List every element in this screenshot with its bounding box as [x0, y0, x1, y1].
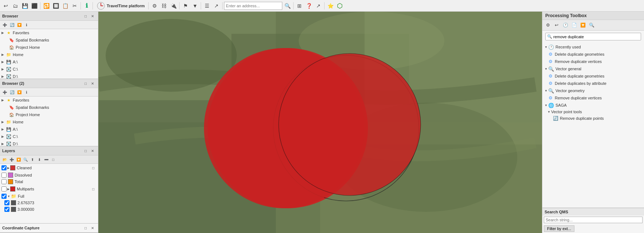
layers-close[interactable]: ✕ [89, 147, 96, 154]
browser2-item-favorites[interactable]: ▶ ★ Favorites [0, 96, 98, 104]
browser-item-c-drive[interactable]: ▶ 💽 C:\ [0, 66, 98, 73]
tb-btn-help[interactable]: 📄 [570, 21, 578, 29]
delete-dup-geom2-item[interactable]: ⚙ Delete duplicate geometries [542, 72, 644, 80]
map-area[interactable] [98, 12, 542, 233]
toolbar-btn-chain[interactable]: ⛓ [160, 1, 168, 10]
browser-2-close[interactable]: ✕ [89, 80, 96, 87]
layer-cleaned[interactable]: ▶ Cleaned □ [0, 164, 98, 172]
browser2-item-d-drive[interactable]: ▶ 💽 D:\ [0, 140, 98, 146]
layer-cleaned-check[interactable] [1, 165, 7, 170]
browser-item-a-drive[interactable]: ▶ 💾 A:\ [0, 58, 98, 66]
remove-dup-vertices2-item[interactable]: ⚙ Remove duplicate vertices [542, 94, 644, 102]
tb-btn-recent[interactable]: ↩ [553, 21, 561, 29]
vector-geometry-header[interactable]: ▼ 🔍 Vector geometry [542, 87, 644, 94]
delete-dup-attr-item[interactable]: ⚙ Delete duplicates by attribute [542, 80, 644, 87]
layer-total[interactable]: Total [0, 178, 98, 185]
tb-btn-search[interactable]: 🔍 [588, 21, 596, 29]
layer-val2-check[interactable] [4, 207, 9, 212]
vector-point-tools-header[interactable]: ▼ Vector point tools [542, 109, 644, 115]
toolbar-btn-arrow[interactable]: ↗ [314, 1, 323, 10]
browser-1-close[interactable]: ✕ [89, 13, 96, 19]
toolbar-btn-flag[interactable]: ⚑ [181, 1, 190, 10]
browser-1-info[interactable]: ℹ [23, 21, 30, 28]
toolbar-btn-hex[interactable]: ⬡ [335, 1, 344, 10]
toolbar-btn-gear[interactable]: ⚙ [150, 1, 159, 10]
browser2-item-home[interactable]: ▶ 📁 Home [0, 118, 98, 126]
toolbar-btn-1[interactable]: ↩ [1, 1, 10, 10]
toolbar-btn-plug[interactable]: 🔌 [169, 1, 178, 10]
toolbar-btn-3[interactable]: 💾 [20, 1, 29, 10]
saga-header[interactable]: ▼ 🌐 SAGA [542, 102, 644, 109]
browser2-item-c-drive[interactable]: ▶ 💽 C:\ [0, 133, 98, 140]
browser-1-minimize[interactable]: □ [82, 13, 89, 19]
browser-1-add[interactable]: ➕ [1, 21, 8, 28]
browser-panel-1: Browser □ ✕ ➕ 🔄 🔽 ℹ ▶ ★ Favorites [0, 12, 98, 79]
layer-dissolved-check[interactable] [1, 173, 7, 178]
identify-btn[interactable]: ℹ [82, 1, 91, 10]
layer-dissolved[interactable]: Dissolved [0, 172, 98, 178]
toolbar-btn-select[interactable]: ☰ [203, 1, 211, 10]
search-qms-input[interactable] [546, 218, 641, 222]
layer-multiparts[interactable]: ▶ Multiparts □ [0, 185, 98, 193]
toolbar-btn-7[interactable]: 📋 [61, 1, 70, 10]
layers-move-down[interactable]: ⬇ [36, 156, 43, 163]
browser-item-project-home[interactable]: 🏠 Project Home [0, 44, 98, 51]
browser-2-add[interactable]: ➕ [1, 89, 8, 95]
layers-add[interactable]: ➕ [8, 156, 15, 163]
c-label: C:\ [13, 67, 18, 71]
search-address-btn[interactable]: 🔍 [283, 1, 292, 10]
layer-full-group[interactable]: ▼ 📁 Full [0, 193, 98, 200]
tb-btn-filter[interactable]: 🔽 [579, 21, 587, 29]
browser-1-refresh[interactable]: 🔄 [9, 21, 15, 28]
browser-2-filter[interactable]: 🔽 [16, 89, 23, 95]
layers-remove[interactable]: ➖ [43, 156, 50, 163]
layers-filter[interactable]: 🔽 [15, 156, 22, 163]
layer-multiparts-check[interactable] [1, 186, 7, 191]
toolbar-btn-5[interactable]: 🔁 [42, 1, 51, 10]
delete-dup-geom-item[interactable]: ⚙ Delete duplicate geometries [542, 51, 644, 58]
browser2-item-project-home[interactable]: 🏠 Project Home [0, 111, 98, 118]
vector-general-header[interactable]: ▼ 🔍 Vector general [542, 65, 644, 72]
layers-move-up[interactable]: ⬆ [29, 156, 36, 163]
toolbar-btn-8[interactable]: ✂ [70, 1, 79, 10]
browser-2-info[interactable]: ℹ [23, 89, 30, 95]
recently-used-header[interactable]: ▼ 🕐 Recently used [542, 43, 644, 51]
cleaned-collapse[interactable]: □ [90, 165, 97, 171]
tb-btn-clock[interactable]: 🕐 [561, 21, 569, 29]
toolbar-btn-4[interactable]: ⬛ [30, 1, 39, 10]
browser-1-filter[interactable]: 🔽 [16, 21, 23, 28]
layer-val1[interactable]: 2.676373 [0, 200, 98, 206]
filter-by-ext-btn[interactable]: Filter by ext... [544, 225, 574, 232]
layer-val1-check[interactable] [4, 200, 9, 205]
toolbar-btn-filter[interactable]: ▼ [191, 1, 199, 10]
toolbar-btn-6[interactable]: 🔲 [51, 1, 60, 10]
browser2-item-a-drive[interactable]: ▶ 💾 A:\ [0, 126, 98, 133]
browser-2-minimize[interactable]: □ [82, 80, 89, 87]
remove-dup-points-item[interactable]: 🔄 Remove duplicate points [542, 115, 644, 122]
toolbar-btn-2[interactable]: 🗂 [11, 1, 20, 10]
layer-total-check[interactable] [1, 179, 7, 184]
remove-dup-vertices-item[interactable]: ⚙ Remove duplicate vertices [542, 58, 644, 65]
search-input[interactable] [553, 35, 639, 39]
browser2-item-spatial-bookmarks[interactable]: 🔖 Spatial Bookmarks [0, 104, 98, 111]
tb-btn-settings[interactable]: ⚙ [544, 21, 552, 29]
layers-minimize[interactable]: □ [82, 147, 89, 154]
coord-close[interactable]: ✕ [89, 225, 96, 231]
toolbar-btn-grid[interactable]: ⊞ [295, 1, 304, 10]
layers-open[interactable]: 📂 [1, 156, 8, 163]
toolbar-btn-q[interactable]: ❓ [305, 1, 313, 10]
browser-item-d-drive[interactable]: ▶ 💽 D:\ [0, 73, 98, 79]
layers-filter2[interactable]: 🔍 [22, 156, 29, 163]
browser-item-home[interactable]: ▶ 📁 Home [0, 51, 98, 58]
layer-full-check[interactable] [1, 194, 7, 199]
browser-item-spatial-bookmarks[interactable]: 🔖 Spatial Bookmarks [0, 36, 98, 44]
layers-extra[interactable]: □ [50, 156, 56, 163]
browser-item-favorites[interactable]: ▶ ★ Favorites [0, 29, 98, 36]
address-input[interactable] [224, 2, 282, 10]
coord-minimize[interactable]: □ [82, 225, 89, 231]
toolbar-btn-star[interactable]: ⭐ [326, 1, 335, 10]
browser-2-refresh[interactable]: 🔄 [9, 89, 15, 95]
multiparts-collapse[interactable]: □ [90, 186, 97, 192]
toolbar-btn-route[interactable]: ↗ [212, 1, 221, 10]
layer-val2[interactable]: 3.000000 [0, 206, 98, 213]
